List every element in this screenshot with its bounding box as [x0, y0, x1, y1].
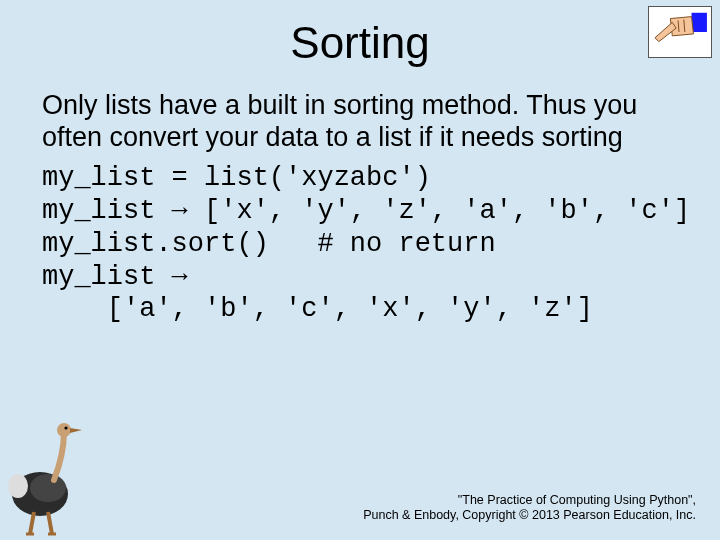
slide-body: Only lists have a built in sorting metho… — [0, 90, 720, 326]
intro-text: Only lists have a built in sorting metho… — [42, 90, 678, 154]
code-line: ['a', 'b', 'c', 'x', 'y', 'z'] — [42, 294, 593, 324]
svg-point-7 — [57, 423, 71, 437]
code-line: my_list → ['x', 'y', 'z', 'a', 'b', 'c'] — [42, 196, 690, 226]
svg-point-5 — [30, 474, 66, 502]
svg-point-8 — [64, 426, 67, 429]
footer-line: "The Practice of Computing Using Python"… — [363, 493, 696, 509]
footer-line: Punch & Enbody, Copyright © 2013 Pearson… — [363, 508, 696, 524]
svg-line-10 — [48, 512, 52, 534]
code-line: my_list = list('xyzabc') — [42, 163, 431, 193]
slide: Sorting Only lists have a built in sorti… — [0, 0, 720, 540]
svg-rect-1 — [692, 13, 707, 32]
code-block: my_list = list('xyzabc') my_list → ['x',… — [42, 162, 678, 327]
pointing-hand-icon — [648, 6, 712, 58]
code-line: my_list → — [42, 262, 188, 292]
footer: "The Practice of Computing Using Python"… — [363, 493, 696, 524]
code-line: my_list.sort() # no return — [42, 229, 496, 259]
ostrich-icon — [4, 416, 94, 536]
slide-title: Sorting — [0, 0, 720, 90]
svg-point-6 — [8, 474, 28, 498]
svg-line-9 — [30, 512, 34, 534]
